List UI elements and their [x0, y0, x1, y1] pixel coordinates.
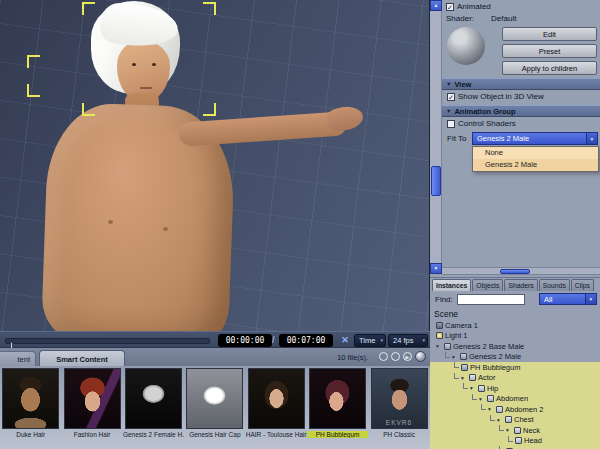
checkbox-checked[interactable]: ✓ — [446, 3, 454, 11]
tree-label: Chest — [514, 415, 534, 424]
control-shaders-row[interactable]: Control Shaders — [447, 119, 516, 128]
end-time-field[interactable]: 00:07:00 — [279, 334, 333, 347]
content-browser: Duke Hair Fashion Hair Genesis 2 Female … — [0, 366, 430, 449]
thumbnail-genesis-hair-cap[interactable] — [186, 368, 243, 429]
next-page-icon[interactable]: ▶ — [403, 352, 412, 361]
fps-dropdown[interactable]: 24 fps ▾ — [388, 334, 428, 347]
expander-icon[interactable]: ▾ — [488, 406, 494, 412]
tab-smart-content[interactable]: Smart Content — [39, 350, 125, 366]
bracket-corner — [203, 2, 216, 15]
content-item[interactable]: Genesis Hair Cap — [184, 366, 245, 449]
tree-item-genesis2-base-male[interactable]: ▾ Genesis 2 Base Male — [430, 341, 600, 352]
tree-item-head[interactable]: Head — [430, 436, 600, 447]
tree-connector — [499, 425, 504, 431]
animated-checkbox-row[interactable]: ✓ Animated — [446, 2, 491, 11]
thumbnail-duke-hair[interactable] — [2, 368, 59, 429]
edit-button[interactable]: Edit — [502, 27, 597, 41]
expander-icon[interactable]: ▾ — [452, 354, 458, 360]
thumbnail-genesis2-female-hair[interactable] — [125, 368, 182, 429]
animation-group-header[interactable]: ▼ Animation Group — [442, 105, 600, 117]
close-icon[interactable]: ✕ — [338, 334, 352, 347]
bone-icon — [515, 437, 522, 444]
tree-connector — [445, 352, 450, 358]
tab-objects[interactable]: Objects — [472, 279, 503, 291]
vertical-scrollbar[interactable]: ▲ ▼ — [430, 0, 442, 274]
content-item-selected[interactable]: PH Bubblegum — [307, 366, 368, 449]
scroll-up-icon[interactable]: ▲ — [430, 0, 442, 11]
figure-icon — [444, 343, 451, 350]
chevron-down-icon[interactable]: ▾ — [585, 294, 596, 304]
thumbnail-label: Duke Hair — [0, 431, 61, 438]
thumbnail-ph-classic[interactable]: EKVR6 — [371, 368, 428, 429]
watermark-text: EKVR6 — [372, 419, 427, 426]
apply-to-children-button[interactable]: Apply to children — [502, 61, 597, 75]
sphere-icon[interactable] — [415, 351, 426, 362]
tree-item-neck[interactable]: ▾ Neck — [430, 425, 600, 436]
content-item[interactable]: Duke Hair — [0, 366, 61, 449]
find-input[interactable] — [457, 294, 525, 305]
view-section-header[interactable]: ▼ View — [442, 78, 600, 90]
tree-connector — [454, 373, 459, 379]
dropdown-option-none[interactable]: None — [473, 147, 598, 159]
dropdown-option-genesis2male[interactable]: Genesis 2 Male — [473, 159, 598, 171]
scroll-down-icon[interactable]: ▼ — [430, 263, 442, 274]
fit-to-dropdown[interactable]: Genesis 2 Male ▾ — [472, 132, 598, 145]
horizontal-scrollbar[interactable] — [442, 267, 600, 275]
page-dot-icon[interactable] — [391, 352, 400, 361]
tab-clips[interactable]: Clips — [571, 279, 594, 291]
right-panel: ▲ ▼ ✓ Animated Shader: Default Edit Pres… — [430, 0, 600, 449]
content-item[interactable]: Fashion Hair — [61, 366, 122, 449]
tree-item-abdomen[interactable]: ▾ Abdomen — [430, 394, 600, 405]
thumbnail-ph-bubblegum[interactable] — [309, 368, 366, 429]
content-item[interactable]: Genesis 2 Female H. — [123, 366, 184, 449]
tree-connector — [481, 404, 486, 410]
bracket-corner — [82, 103, 95, 116]
tree-item-ph-bubblegum[interactable]: PH Bubblegum — [430, 362, 600, 373]
tree-item-chest[interactable]: ▾ Chest — [430, 415, 600, 426]
content-item[interactable]: EKVR6 PH Classic — [368, 366, 429, 449]
expander-icon[interactable]: ▾ — [470, 385, 476, 391]
tree-item-abdomen2[interactable]: ▾ Abdomen 2 — [430, 404, 600, 415]
page-dot-icon[interactable] — [379, 352, 388, 361]
bracket-corner — [203, 103, 216, 116]
chevron-down-icon[interactable]: ▾ — [586, 133, 597, 144]
current-time-field[interactable]: 00:00:00 — [218, 334, 272, 347]
camera-icon — [436, 322, 443, 329]
expander-icon[interactable]: ▾ — [506, 427, 512, 433]
chevron-down-icon: ▾ — [380, 338, 383, 343]
fps-label: 24 fps — [393, 335, 413, 346]
expander-icon[interactable]: ▾ — [436, 343, 442, 349]
time-mode-dropdown[interactable]: Time ▾ — [354, 334, 386, 347]
tree-item-light[interactable]: Light 1 — [430, 331, 600, 342]
tab-content[interactable]: tent — [0, 351, 36, 366]
scrollbar-thumb[interactable] — [500, 269, 530, 274]
filter-dropdown[interactable]: All ▾ — [539, 293, 597, 305]
tab-shaders[interactable]: Shaders — [504, 279, 537, 291]
expander-icon[interactable]: ▾ — [497, 417, 503, 423]
time-separator: / — [272, 334, 275, 347]
tree-item-hip[interactable]: ▾ Hip — [430, 383, 600, 394]
expander-icon[interactable]: ▾ — [461, 375, 467, 381]
checkbox-checked[interactable]: ✓ — [447, 93, 455, 101]
expander-icon[interactable]: ▾ — [479, 396, 485, 402]
tree-item-camera[interactable]: Camera 1 — [430, 320, 600, 331]
3d-viewport[interactable] — [0, 0, 430, 331]
tree-label: Abdomen 2 — [505, 405, 543, 414]
content-tab-bar: tent Smart Content 10 file(s). ▶ — [0, 348, 430, 366]
animation-group-label: Animation Group — [454, 107, 515, 116]
tree-item-actor[interactable]: ▾ Actor — [430, 373, 600, 384]
timeline-scrubber[interactable] — [5, 338, 210, 344]
thumbnail-fashion-hair[interactable] — [64, 368, 121, 429]
show-object-row[interactable]: ✓ Show Object in 3D View — [447, 92, 544, 101]
checkbox-unchecked[interactable] — [447, 120, 455, 128]
tree-item-genesis2-male[interactable]: ▾ Genesis 2 Male — [430, 352, 600, 363]
content-item[interactable]: HAIR - Toulouse Hair — [246, 366, 307, 449]
preset-button[interactable]: Preset — [502, 44, 597, 58]
scrollbar-thumb[interactable] — [431, 166, 441, 196]
tab-instances[interactable]: Instances — [432, 279, 471, 291]
tab-sounds[interactable]: Sounds — [539, 279, 570, 291]
bone-icon — [496, 406, 503, 413]
bone-icon — [505, 416, 512, 423]
scene-tree: Camera 1 Light 1 ▾ Genesis 2 Base Male ▾… — [430, 320, 600, 449]
thumbnail-toulouse-hair[interactable] — [248, 368, 305, 429]
